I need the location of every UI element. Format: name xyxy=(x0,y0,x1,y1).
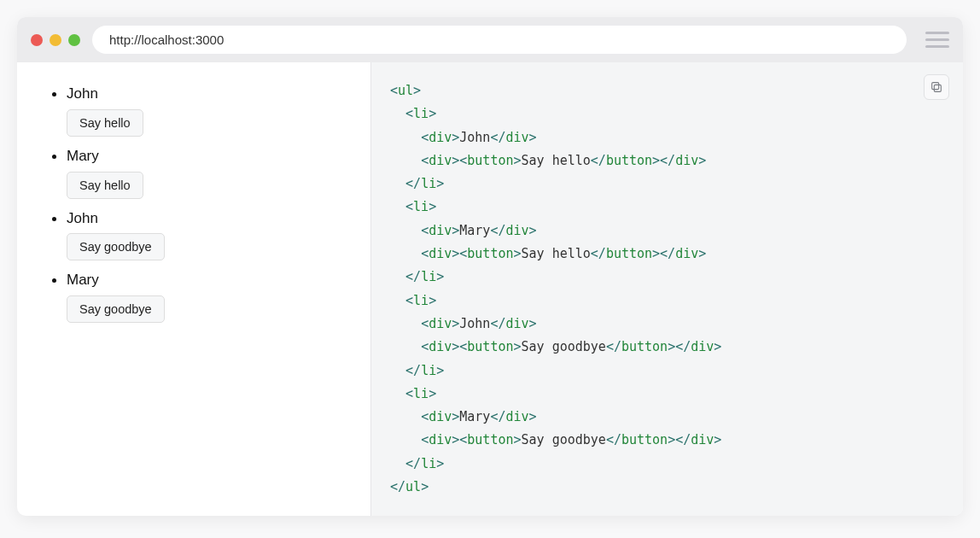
titlebar: http://localhost:3000 xyxy=(17,17,963,62)
list-item: John Say hello xyxy=(67,83,355,137)
svg-rect-0 xyxy=(934,85,941,91)
list-item-name: Mary xyxy=(67,270,355,290)
list-item: Mary Say goodbye xyxy=(67,269,355,323)
preview-list: John Say hello Mary Say hello John Say g… xyxy=(32,83,355,323)
say-button[interactable]: Say goodbye xyxy=(67,233,165,260)
copy-button[interactable] xyxy=(924,74,949,100)
code-block: <ul> <li> <div>John</div> <div><button>S… xyxy=(390,79,944,499)
url-bar[interactable]: http://localhost:3000 xyxy=(92,26,907,54)
svg-rect-1 xyxy=(932,83,939,90)
say-button[interactable]: Say goodbye xyxy=(67,295,165,323)
list-item-name: John xyxy=(67,84,355,104)
code-pane: <ul> <li> <div>John</div> <div><button>S… xyxy=(371,62,963,516)
zoom-icon[interactable] xyxy=(68,34,80,46)
menu-icon[interactable] xyxy=(925,32,949,48)
say-button[interactable]: Say hello xyxy=(67,109,143,137)
minimize-icon[interactable] xyxy=(50,34,61,46)
close-icon[interactable] xyxy=(31,34,43,46)
copy-icon xyxy=(930,80,943,94)
list-item: John Say goodbye xyxy=(67,208,355,261)
list-item: Mary Say hello xyxy=(67,145,355,199)
preview-pane: John Say hello Mary Say hello John Say g… xyxy=(17,62,371,516)
content-split: John Say hello Mary Say hello John Say g… xyxy=(17,62,963,516)
window-controls xyxy=(31,34,80,46)
list-item-name: John xyxy=(67,208,355,229)
list-item-name: Mary xyxy=(67,146,355,167)
browser-window: http://localhost:3000 John Say hello Mar… xyxy=(17,17,963,516)
say-button[interactable]: Say hello xyxy=(67,172,143,199)
